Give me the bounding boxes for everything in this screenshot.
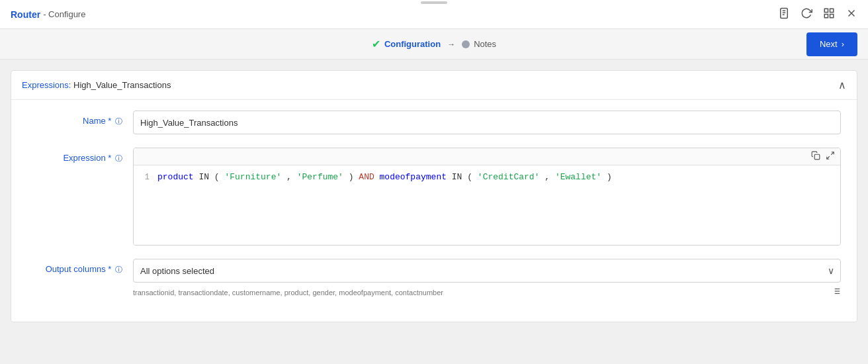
step-dot-icon (462, 40, 470, 48)
expression-card: Expressions: High_Value_Transactions ∧ N… (11, 70, 857, 322)
step2-label: Notes (474, 39, 496, 49)
grid-icon[interactable] (823, 7, 835, 22)
output-columns-select[interactable]: All options selected (133, 259, 841, 283)
copy-icon[interactable] (811, 151, 820, 162)
filter-icon[interactable] (832, 287, 841, 298)
top-bar-icons (778, 7, 857, 22)
name-label: Name * ⓘ (27, 111, 133, 126)
str-creditcard: 'CreditCard' (478, 172, 540, 182)
expression-editor: 1 product IN ( 'Furniture' , 'Perfume' )… (133, 148, 841, 246)
expression-title: Expressions: High_Value_Transactions (22, 80, 171, 90)
kw-modeofpayment: modeofpayment (380, 172, 447, 182)
main-content: Expressions: High_Value_Transactions ∧ N… (0, 60, 868, 364)
document-icon[interactable] (778, 7, 790, 22)
refresh-icon[interactable] (801, 7, 812, 22)
name-info-icon[interactable]: ⓘ (115, 117, 122, 125)
kw-product: product (157, 172, 194, 182)
expression-title-prefix: Expressions: (22, 80, 71, 90)
step-configuration: ✔ Configuration (372, 38, 441, 50)
name-control (133, 111, 841, 134)
svg-rect-7 (830, 14, 834, 17)
next-button[interactable]: Next › (806, 32, 857, 56)
expression-label: Expression * ⓘ (27, 148, 133, 163)
output-columns-info-icon[interactable]: ⓘ (115, 265, 122, 273)
step-check-icon: ✔ (372, 38, 380, 50)
name-row: Name * ⓘ (27, 111, 841, 134)
str-furniture: 'Furniture' (224, 172, 281, 182)
svg-line-11 (831, 152, 834, 155)
str-perfume: 'Perfume' (297, 172, 343, 182)
editor-toolbar (134, 148, 840, 165)
output-columns-row: Output columns * ⓘ All options selected … (27, 259, 841, 298)
title-area: Router - Configure (11, 9, 85, 20)
code-area[interactable]: 1 product IN ( 'Furniture' , 'Perfume' )… (134, 165, 840, 245)
step-notes: Notes (462, 39, 496, 49)
app-subtitle: - Configure (43, 9, 85, 19)
output-columns-select-wrapper: All options selected ∨ (133, 259, 841, 283)
output-columns-value: All options selected (140, 266, 214, 276)
svg-rect-10 (814, 154, 820, 159)
collapse-icon[interactable]: ∧ (838, 79, 846, 91)
svg-rect-6 (824, 14, 828, 17)
kw-and: AND (359, 172, 374, 182)
svg-rect-4 (824, 9, 828, 12)
name-input[interactable] (133, 111, 841, 134)
output-tags-text: transactionid, transactiondate, customer… (133, 289, 443, 296)
expression-title-name: High_Value_Transactions (73, 80, 171, 90)
step1-label: Configuration (384, 39, 441, 49)
output-tags-area: transactionid, transactiondate, customer… (133, 287, 841, 298)
svg-rect-5 (830, 9, 834, 12)
svg-line-12 (827, 156, 830, 159)
expression-card-header: Expressions: High_Value_Transactions ∧ (11, 71, 857, 100)
output-columns-label: Output columns * ⓘ (27, 259, 133, 275)
str-ewallet: 'Ewallet' (555, 172, 601, 182)
app-name: Router (11, 9, 40, 20)
next-chevron-icon: › (842, 39, 844, 49)
code-line-1: 1 product IN ( 'Furniture' , 'Perfume' )… (134, 171, 840, 183)
next-label: Next (820, 39, 838, 49)
step-bar: ✔ Configuration → Notes Next › (0, 29, 868, 60)
steps-area: ✔ Configuration → Notes (293, 38, 576, 50)
step-arrow: → (447, 40, 455, 49)
expression-control: 1 product IN ( 'Furniture' , 'Perfume' )… (133, 148, 841, 246)
expand-icon[interactable] (826, 151, 835, 162)
expression-row: Expression * ⓘ (27, 148, 841, 246)
top-bar: Router - Configure (0, 0, 868, 29)
output-columns-control: All options selected ∨ transactionid, tr… (133, 259, 841, 298)
form-body: Name * ⓘ Expression * ⓘ (11, 100, 857, 322)
code-line-1-content: product IN ( 'Furniture' , 'Perfume' ) A… (157, 172, 840, 182)
close-icon[interactable] (846, 7, 857, 22)
expression-info-icon[interactable]: ⓘ (115, 154, 122, 162)
line-number-1: 1 (134, 172, 157, 182)
